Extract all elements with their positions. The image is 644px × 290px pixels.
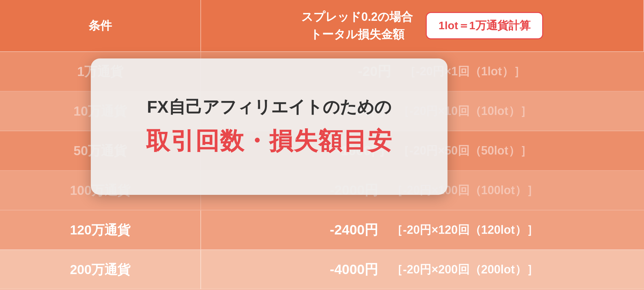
table-container: 条件 スプレッド0.2の場合 トータル損失金額 1lot＝1万通貨計算 1万通貨… (0, 0, 644, 290)
cell-data: -4000円 ［-20円×200回（200lot）］ (201, 250, 644, 289)
cell-condition: 200万通貨 (0, 250, 201, 289)
table-header: 条件 スプレッド0.2の場合 トータル損失金額 1lot＝1万通貨計算 (0, 0, 644, 52)
header-data-label: スプレッド0.2の場合 トータル損失金額 (301, 8, 413, 43)
header-data-col: スプレッド0.2の場合 トータル損失金額 1lot＝1万通貨計算 (201, 0, 644, 52)
overlay-card: FX自己アフィリエイトのための 取引回数・損失額目安 (91, 58, 447, 195)
formula: ［-20円×120回（120lot）］ (391, 222, 538, 238)
amount: -4000円 (307, 260, 378, 279)
overlay-subtitle: FX自己アフィリエイトのための (147, 96, 391, 119)
formula: ［-20円×200回（200lot）］ (391, 262, 538, 278)
table-row: 200万通貨 -4000円 ［-20円×200回（200lot）］ (0, 250, 644, 290)
overlay-title: 取引回数・損失額目安 (146, 125, 392, 158)
amount: -2400円 (307, 221, 378, 239)
cell-condition: 120万通貨 (0, 210, 201, 249)
table-row: 120万通貨 -2400円 ［-20円×120回（120lot）］ (0, 210, 644, 250)
lot-badge: 1lot＝1万通貨計算 (426, 12, 543, 39)
header-condition-label: 条件 (89, 17, 112, 34)
cell-data: -2400円 ［-20円×120回（120lot）］ (201, 210, 644, 249)
header-condition-col: 条件 (0, 0, 201, 52)
